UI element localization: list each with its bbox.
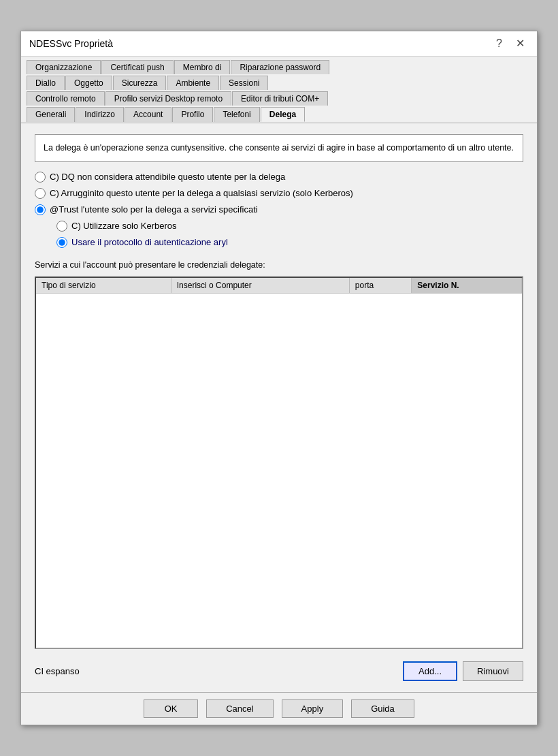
tab-row-2: Diallo Oggetto Sicurezza Ambiente Sessio… xyxy=(27,75,531,89)
tab-ambiente[interactable]: Ambiente xyxy=(167,76,219,90)
tab-generali[interactable]: Generali xyxy=(27,107,75,122)
tab-diallo[interactable]: Diallo xyxy=(27,76,65,90)
tab-controllo-remoto[interactable]: Controllo remoto xyxy=(27,91,105,106)
remove-button[interactable]: Rimuovi xyxy=(463,661,523,681)
tab-indirizzo[interactable]: Indirizzo xyxy=(76,107,124,122)
tab-profilo[interactable]: Profilo xyxy=(172,107,213,122)
sub-radio-item-1[interactable]: C) Utilizzare solo Kerberos xyxy=(56,221,523,232)
services-label: Servizi a cui l'account può presentare l… xyxy=(35,260,523,270)
footer: OK Cancel Apply Guida xyxy=(21,692,537,725)
radio-opt1[interactable] xyxy=(35,172,46,183)
help-button[interactable]: ? xyxy=(492,37,506,50)
add-button[interactable]: Add... xyxy=(403,661,457,681)
tab-editor-tributi[interactable]: Editor di tributi COM+ xyxy=(232,91,328,106)
radio-options: C) DQ non considera attendibile questo u… xyxy=(35,169,523,251)
tabs-container: Organizzazione Certificati push Membro d… xyxy=(21,57,537,123)
radio-opt2[interactable] xyxy=(35,188,46,199)
tab-sicurezza[interactable]: Sicurezza xyxy=(113,76,167,90)
radio-opt2-label: C) Arrugginito questo utente per la dele… xyxy=(50,188,353,198)
col-header-inserisci: Inserisci o Computer xyxy=(171,278,349,294)
help-footer-button[interactable]: Guida xyxy=(351,699,414,718)
ok-button[interactable]: OK xyxy=(144,699,198,718)
sub-radio-section: C) Utilizzare solo Kerberos Usare il pro… xyxy=(35,221,523,248)
action-buttons: Add... Rimuovi xyxy=(403,661,523,681)
description-text: La delega è un'operazione senza cuntysen… xyxy=(44,143,514,153)
radio-sub1[interactable] xyxy=(56,221,67,232)
dialog-title: NDESSvc Proprietà xyxy=(29,38,113,49)
services-table: Tipo di servizio Inserisci o Computer po… xyxy=(36,278,522,294)
col-header-porta: porta xyxy=(349,278,412,294)
dialog: NDESSvc Proprietà ? ✕ Organizzazione Cer… xyxy=(20,31,538,725)
radio-sub2-label: Usare il protocollo di autenticazione ar… xyxy=(71,237,228,247)
tab-delega[interactable]: Delega xyxy=(261,107,305,122)
radio-opt3-label: @Trust l'utente solo per la delega a ser… xyxy=(50,204,258,215)
ci-espanso-label: CI espanso xyxy=(35,666,80,676)
tab-telefoni[interactable]: Telefoni xyxy=(214,107,259,122)
tab-sessioni[interactable]: Sessioni xyxy=(220,76,268,90)
sub-radio-item-2[interactable]: Usare il protocollo di autenticazione ar… xyxy=(56,237,523,248)
col-header-tipo: Tipo di servizio xyxy=(36,278,171,294)
description-box: La delega è un'operazione senza cuntysen… xyxy=(35,134,523,162)
tab-riparazione-password[interactable]: Riparazione password xyxy=(231,60,329,74)
close-button[interactable]: ✕ xyxy=(512,37,529,50)
radio-item-3[interactable]: @Trust l'utente solo per la delega a ser… xyxy=(35,204,523,215)
radio-opt1-label: C) DQ non considera attendibile questo u… xyxy=(50,172,285,182)
title-bar: NDESSvc Proprietà ? ✕ xyxy=(21,31,537,57)
tab-organizzazione[interactable]: Organizzazione xyxy=(27,60,101,74)
tab-membro-di[interactable]: Membro di xyxy=(174,60,231,74)
radio-item-1[interactable]: C) DQ non considera attendibile questo u… xyxy=(35,172,523,183)
tab-oggetto[interactable]: Oggetto xyxy=(65,76,112,90)
radio-sub2[interactable] xyxy=(56,237,67,248)
tab-row-3: Controllo remoto Profilo servizi Desktop… xyxy=(27,91,531,105)
content-area: La delega è un'operazione senza cuntysen… xyxy=(21,123,537,692)
radio-item-2[interactable]: C) Arrugginito questo utente per la dele… xyxy=(35,188,523,199)
title-bar-controls: ? ✕ xyxy=(492,37,529,50)
radio-sub1-label: C) Utilizzare solo Kerberos xyxy=(71,221,177,231)
tab-row-1: Organizzazione Certificati push Membro d… xyxy=(27,59,531,74)
bottom-area: CI espanso Add... Rimuovi xyxy=(35,661,523,681)
tab-certificati-push[interactable]: Certificati push xyxy=(101,60,173,74)
col-header-servizio: Servizio N. xyxy=(412,278,522,294)
tab-account[interactable]: Account xyxy=(125,107,171,122)
radio-opt3[interactable] xyxy=(35,204,46,215)
services-table-container: Tipo di servizio Inserisci o Computer po… xyxy=(35,277,523,649)
cancel-button[interactable]: Cancel xyxy=(206,699,273,718)
tab-row-4: Generali Indirizzo Account Profilo Telef… xyxy=(27,106,531,121)
tab-profilo-servizi[interactable]: Profilo servizi Desktop remoto xyxy=(105,91,231,106)
apply-button[interactable]: Apply xyxy=(282,699,344,718)
